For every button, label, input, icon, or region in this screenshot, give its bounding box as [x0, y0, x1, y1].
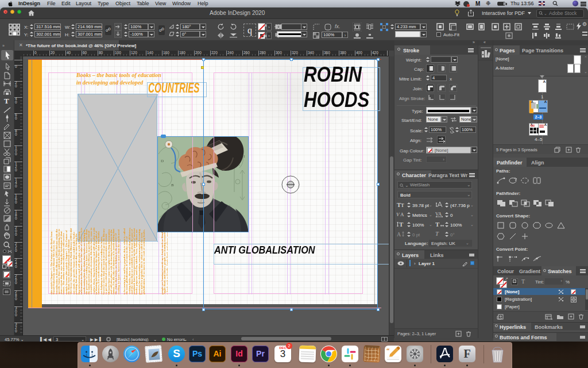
svg-text:V: V	[396, 212, 400, 217]
svg-text:T: T	[435, 221, 440, 228]
svg-text:A: A	[397, 231, 401, 237]
svg-text:T: T	[399, 221, 404, 228]
svg-text:VA: VA	[435, 211, 442, 217]
svg-text:A: A	[400, 212, 404, 217]
